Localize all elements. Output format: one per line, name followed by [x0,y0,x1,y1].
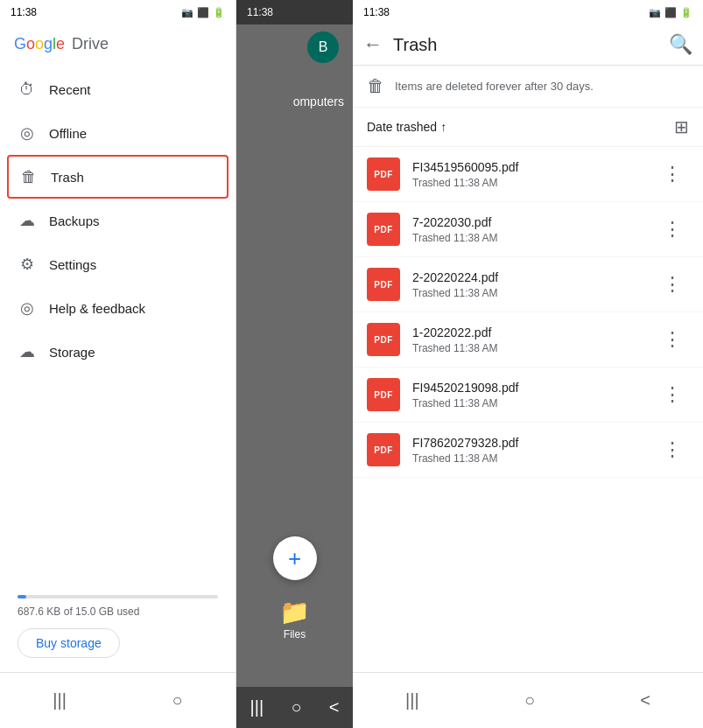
nav-back-icon-mid[interactable]: < [329,697,340,718]
pdf-icon-0: PDF [367,158,400,191]
bottom-nav-mid: ||| ○ < [236,687,353,728]
more-options-3[interactable]: ⋮ [656,325,689,354]
file-name-3: 1-2022022.pdf [412,326,656,340]
storage-text: 687.6 KB of 15.0 GB used [18,606,218,618]
logo-area: Google Drive [0,24,236,67]
pdf-icon-2: PDF [367,268,400,301]
backup-icon: ☁ [18,211,37,230]
help-icon: ◎ [18,298,37,318]
file-info-1: 7-2022030.pdf Trashed 11:38 AM [412,215,656,244]
status-icons-right: 📷 ⬛ 🔋 [649,7,692,18]
sidebar-item-backups[interactable]: ☁ Backups [0,199,236,242]
file-meta-1: Trashed 11:38 AM [412,232,656,244]
nav-back-icon-right[interactable]: < [622,683,668,718]
buy-storage-button[interactable]: Buy storage [18,628,120,658]
plus-icon: + [288,547,301,570]
avatar[interactable]: B [307,32,339,63]
pdf-icon-5: PDF [367,433,400,466]
settings-icon: ⚙ [18,255,37,274]
file-info-4: FI94520219098.pdf Trashed 11:38 AM [412,381,656,410]
sidebar-item-label-storage: Storage [49,345,95,360]
status-icons-left: 📷 ⬛ 🔋 [181,7,225,18]
more-options-5[interactable]: ⋮ [656,435,689,465]
pdf-icon-4: PDF [367,378,400,411]
table-row[interactable]: PDF FI34519560095.pdf Trashed 11:38 AM ⋮ [353,147,703,202]
nav-lines-icon-mid[interactable]: ||| [250,697,264,718]
file-meta-4: Trashed 11:38 AM [412,397,656,410]
time-right: 11:38 [363,6,390,18]
sort-label[interactable]: Date trashed ↑ [367,120,446,134]
sidebar-item-label-settings: Settings [49,257,96,272]
bottom-nav-left: ||| ○ [0,672,236,728]
bottom-nav-right: ||| ○ < [353,672,703,728]
mid-bottom: + 📁 Files [236,536,353,640]
file-name-5: FI78620279328.pdf [412,436,656,450]
file-info-3: 1-2022022.pdf Trashed 11:38 AM [412,326,656,354]
pdf-label-1: PDF [374,225,393,234]
nav-lines-icon-right[interactable]: ||| [388,683,437,718]
time-mid: 11:38 [247,6,273,18]
sidebar-item-label-help: Help & feedback [49,301,145,316]
search-icon[interactable]: 🔍 [669,33,692,56]
pdf-label-0: PDF [374,170,393,179]
sidebar-item-label-recent: Recent [49,82,91,97]
file-list: PDF FI34519560095.pdf Trashed 11:38 AM ⋮… [353,147,703,672]
files-label: Files [284,628,306,640]
pdf-label-5: PDF [374,445,393,455]
right-panel: 11:38 📷 ⬛ 🔋 ← Trash 🔍 🗑 Items are delete… [353,0,703,728]
sidebar-item-offline[interactable]: ◎ Offline [0,111,236,155]
sidebar-item-recent[interactable]: ⏱ Recent [0,67,236,111]
files-icon: 📁 [279,598,310,626]
storage-bar-fill [18,595,26,598]
trash-notice-icon: 🗑 [367,76,384,96]
table-row[interactable]: PDF FI94520219098.pdf Trashed 11:38 AM ⋮ [353,368,703,423]
sidebar-item-label-backups: Backups [49,214,100,228]
table-row[interactable]: PDF FI78620279328.pdf Trashed 11:38 AM ⋮ [353,423,703,478]
nav-home-icon-mid[interactable]: ○ [291,697,301,718]
files-tab[interactable]: 📁 Files [279,598,310,640]
middle-panel: 11:38 B omputers + 📁 Files ||| ○ < [236,0,353,728]
google-logo: Google [14,35,65,53]
time-left: 11:38 [11,6,37,18]
fab-button[interactable]: + [273,536,317,580]
more-options-1[interactable]: ⋮ [656,214,689,244]
file-meta-5: Trashed 11:38 AM [412,452,656,465]
more-options-0[interactable]: ⋮ [656,159,689,189]
pdf-icon-3: PDF [367,323,400,356]
sidebar-item-storage[interactable]: ☁ Storage [0,330,236,374]
file-info-0: FI34519560095.pdf Trashed 11:38 AM [412,160,656,189]
sidebar-item-label-offline: Offline [49,126,87,141]
mid-label: omputers [293,94,344,108]
status-bar-right: 11:38 📷 ⬛ 🔋 [353,0,703,24]
file-name-4: FI94520219098.pdf [412,381,656,395]
more-options-4[interactable]: ⋮ [656,380,689,410]
nav-home-icon-left[interactable]: ○ [155,683,200,718]
nav-lines-icon-left[interactable]: ||| [35,683,84,718]
file-meta-3: Trashed 11:38 AM [412,342,656,354]
table-row[interactable]: PDF 1-2022022.pdf Trashed 11:38 AM ⋮ [353,312,703,368]
file-meta-0: Trashed 11:38 AM [412,177,656,189]
pdf-icon-1: PDF [367,213,400,246]
trash-notice-text: Items are deleted forever after 30 days. [395,80,594,93]
file-name-0: FI34519560095.pdf [412,160,656,174]
pdf-label-4: PDF [374,390,393,400]
trash-notice: 🗑 Items are deleted forever after 30 day… [353,66,703,108]
grid-view-icon[interactable]: ⊞ [674,116,689,137]
file-info-5: FI78620279328.pdf Trashed 11:38 AM [412,436,656,465]
pdf-label-2: PDF [374,280,393,290]
sidebar-item-settings[interactable]: ⚙ Settings [0,242,236,286]
page-title: Trash [393,35,669,55]
sidebar-item-help[interactable]: ◎ Help & feedback [0,286,236,330]
storage-icon: ☁ [18,342,37,361]
table-row[interactable]: PDF 2-20220224.pdf Trashed 11:38 AM ⋮ [353,257,703,312]
back-button[interactable]: ← [363,33,383,56]
table-row[interactable]: PDF 7-2022030.pdf Trashed 11:38 AM ⋮ [353,202,703,257]
storage-bar-background [18,595,218,598]
sort-label-text: Date trashed [367,120,437,134]
status-bar-left: 11:38 📷 ⬛ 🔋 [0,0,236,24]
right-header: ← Trash 🔍 [353,24,703,66]
sort-arrow-icon: ↑ [440,120,446,134]
more-options-2[interactable]: ⋮ [656,270,689,299]
sidebar-item-trash[interactable]: 🗑 Trash [7,155,228,199]
nav-home-icon-right[interactable]: ○ [507,683,552,718]
